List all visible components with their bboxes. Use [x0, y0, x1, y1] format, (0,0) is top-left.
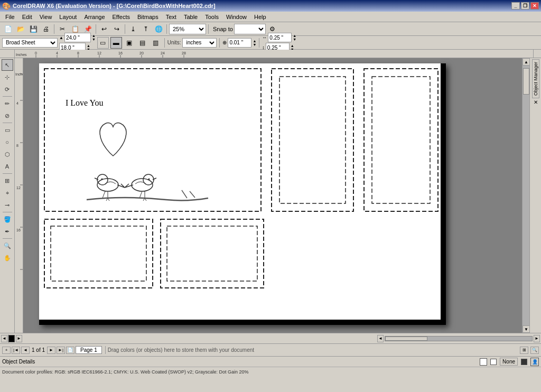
undo-button[interactable]: ↩: [98, 23, 110, 35]
tool-fill[interactable]: 🪣: [2, 213, 13, 225]
restore-button[interactable]: ❐: [521, 2, 529, 10]
hscroll-track[interactable]: [385, 336, 533, 341]
menu-view[interactable]: View: [36, 13, 55, 21]
menu-edit[interactable]: Edit: [19, 13, 35, 21]
hscroll-thumb[interactable]: [385, 337, 427, 341]
menu-table[interactable]: Table: [181, 13, 201, 21]
zoom-select[interactable]: 25% 50% 75% 100%: [169, 24, 206, 34]
tool-shape[interactable]: ⊹: [2, 71, 13, 83]
tool-freehand[interactable]: ✏: [2, 98, 13, 109]
scroll-up-button[interactable]: ▲: [523, 58, 530, 66]
open-button[interactable]: 📂: [15, 23, 26, 35]
separator4: [166, 24, 167, 34]
tool-connector[interactable]: ⊸: [2, 199, 13, 211]
page-options1[interactable]: ▣: [124, 37, 135, 49]
next-last-button[interactable]: ►|: [57, 347, 65, 354]
title-bar-buttons[interactable]: _ ❐ ✕: [511, 2, 539, 10]
svg-text:12: 12: [97, 51, 101, 55]
doc-color-profiles-bar: Document color profiles: RGB: sRGB IEC61…: [0, 367, 541, 376]
menu-help[interactable]: Help: [251, 13, 269, 21]
svg-text:I Love You: I Love You: [66, 98, 104, 107]
menu-bitmaps[interactable]: Bitmaps: [134, 13, 162, 21]
tool-text[interactable]: A: [2, 161, 13, 172]
separator5: [208, 24, 209, 34]
close-panel-button[interactable]: ✕: [534, 99, 538, 105]
palette-scroll-left[interactable]: ◄: [1, 335, 7, 342]
palette-scroll-right[interactable]: ►: [16, 335, 22, 342]
next-button[interactable]: ►: [47, 347, 55, 354]
menu-file[interactable]: File: [2, 13, 18, 21]
snap-select[interactable]: [234, 24, 266, 34]
import-button[interactable]: ⤓: [127, 23, 139, 35]
svg-text:24: 24: [161, 51, 165, 55]
black-swatch: [521, 359, 527, 365]
scroll-thumb[interactable]: [523, 68, 529, 95]
svg-text:Inches: Inches: [15, 72, 23, 76]
zoom-percent-button[interactable]: 🔍: [530, 347, 539, 354]
close-button[interactable]: ✕: [530, 2, 539, 10]
new-button[interactable]: 📄: [2, 23, 14, 35]
svg-text:0: 0: [35, 51, 37, 55]
tool-select[interactable]: ↖: [2, 59, 13, 71]
tool-eyedropper[interactable]: ✒: [2, 226, 13, 237]
zoom-fit-button[interactable]: ⊞: [520, 347, 528, 354]
page-canvas: I Love You: [39, 63, 446, 325]
tool-dimension[interactable]: ⌖: [2, 187, 13, 199]
publish-button[interactable]: 🌐: [153, 23, 164, 35]
right-panels: Object Manager ✕: [529, 58, 541, 333]
margin1-input[interactable]: [268, 33, 292, 42]
hscroll-left[interactable]: ◄: [377, 335, 384, 342]
menu-window[interactable]: Window: [223, 13, 250, 21]
menu-tools[interactable]: Tools: [202, 13, 222, 21]
canvas-area[interactable]: I Love You: [23, 58, 522, 333]
ruler-container: Inches 0 4 8 12 16 20 24 28: [0, 50, 541, 58]
scroll-track[interactable]: [523, 66, 529, 325]
nudge-input[interactable]: [228, 38, 251, 48]
fill-color-box: [490, 359, 497, 365]
units-select[interactable]: inches: [182, 38, 217, 48]
svg-rect-35: [372, 77, 430, 203]
tool-polygon[interactable]: ⬡: [2, 148, 13, 160]
portrait-button[interactable]: ▭: [97, 37, 109, 49]
minimize-button[interactable]: _: [511, 2, 520, 10]
tool-artistic[interactable]: ⊘: [2, 110, 13, 122]
tool-pan[interactable]: ✋: [2, 252, 13, 264]
export-button[interactable]: ⤒: [140, 23, 152, 35]
page-style-select[interactable]: Broad Sheet: [2, 38, 58, 48]
page-options3[interactable]: ▥: [150, 37, 162, 49]
tool-table[interactable]: ⊞: [2, 175, 13, 186]
bottom-color-bar: ◄ ► ◄ ►: [0, 333, 541, 343]
tool-rect[interactable]: ▭: [2, 124, 13, 136]
tool-ellipse[interactable]: ○: [2, 136, 13, 148]
svg-rect-30: [39, 320, 446, 325]
redo-button[interactable]: ↪: [111, 23, 123, 35]
svg-text:Inches: Inches: [16, 53, 27, 57]
menu-layout[interactable]: Layout: [56, 13, 80, 21]
menu-effects[interactable]: Effects: [109, 13, 133, 21]
color-swatch[interactable]: [8, 335, 15, 342]
separator3: [125, 24, 125, 34]
svg-text:4: 4: [56, 51, 58, 55]
title-bar-left: 🎨 CorelDRAW X6 (Evaluation Version) - [G…: [2, 2, 216, 10]
color-icon: [480, 358, 487, 366]
hscroll-right[interactable]: ►: [534, 335, 540, 342]
page-tab[interactable]: Page 1: [76, 346, 102, 354]
scroll-down-button[interactable]: ▼: [523, 325, 530, 333]
print-button[interactable]: 🖨: [40, 23, 52, 35]
menu-arrange[interactable]: Arrange: [81, 13, 108, 21]
add-page-button[interactable]: +: [2, 347, 11, 354]
page-doc-button[interactable]: 📄: [66, 347, 74, 354]
nudge-icon: ⊕: [222, 40, 227, 45]
menu-text[interactable]: Text: [163, 13, 180, 21]
none-button[interactable]: None: [500, 358, 518, 366]
tool-smear[interactable]: ⟳: [2, 83, 13, 95]
ruler-corner: [0, 50, 15, 58]
page-options2[interactable]: ▤: [137, 37, 148, 49]
save-button[interactable]: 💾: [27, 23, 39, 35]
landscape-button[interactable]: ▬: [110, 37, 122, 49]
prev-first-button[interactable]: |◄: [12, 347, 20, 354]
prev-button[interactable]: ◄: [21, 347, 30, 354]
tool-zoom[interactable]: 🔍: [2, 240, 13, 251]
page-width-input[interactable]: [64, 33, 91, 42]
object-manager-tab[interactable]: Object Manager: [532, 59, 539, 98]
